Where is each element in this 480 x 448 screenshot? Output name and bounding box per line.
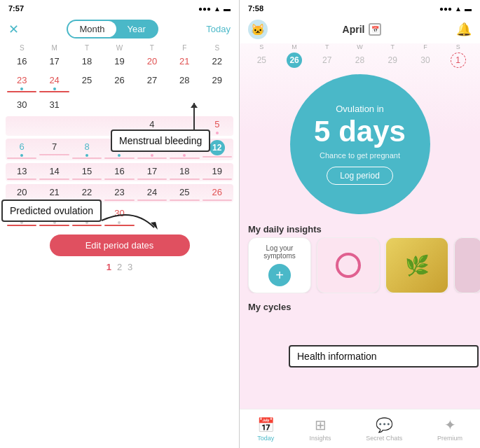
table-row[interactable]: 26 bbox=[278, 52, 311, 69]
add-icon[interactable]: + bbox=[268, 264, 291, 286]
table-row[interactable]: 25 bbox=[245, 52, 278, 69]
table-row[interactable]: 24 bbox=[38, 72, 70, 94]
table-row[interactable]: 27 bbox=[310, 52, 343, 69]
partial-card[interactable] bbox=[454, 237, 480, 293]
insights-nav-icon: ⊞ bbox=[315, 416, 327, 433]
table-row[interactable]: 20 bbox=[136, 53, 168, 69]
calendar-row-pink: 13 14 15 16 17 18 19 bbox=[6, 163, 233, 181]
dot-indicator bbox=[216, 132, 219, 134]
period-underline bbox=[7, 91, 36, 92]
right-phone: 7:58 ●●● ▲ ▬ 🐱 April 📅 🔔 S M T W T F S 2… bbox=[240, 0, 480, 448]
year-toggle[interactable]: Year bbox=[116, 21, 157, 37]
calendar-row: 23 24 25 26 27 28 29 bbox=[6, 72, 233, 94]
today-button[interactable]: Today bbox=[206, 24, 231, 34]
insights-nav-label: Insights bbox=[310, 435, 331, 442]
period-underline bbox=[7, 158, 36, 159]
premium-nav-icon: ✦ bbox=[444, 416, 456, 433]
table-row[interactable]: 18 bbox=[71, 53, 103, 69]
page-3[interactable]: 3 bbox=[128, 262, 132, 272]
table-row[interactable]: 26 bbox=[201, 184, 233, 202]
ovulation-arrow bbox=[98, 203, 161, 238]
day-label-t2: T bbox=[136, 44, 168, 52]
chats-nav-icon: 💬 bbox=[376, 416, 393, 433]
table-row[interactable]: 6 bbox=[6, 139, 38, 160]
nav-premium[interactable]: ✦ Premium bbox=[437, 416, 462, 442]
table-row[interactable]: 31 bbox=[38, 97, 70, 113]
table-row[interactable]: 23 bbox=[103, 184, 135, 202]
table-row[interactable]: 29 bbox=[376, 52, 409, 69]
period-underline bbox=[39, 154, 69, 155]
table-row[interactable]: 25 bbox=[168, 184, 200, 202]
dot-indicator bbox=[183, 154, 186, 157]
nature-image: 🌿 bbox=[386, 238, 448, 293]
page-1[interactable]: 1 bbox=[107, 262, 111, 272]
log-symptoms-card[interactable]: Log your symptoms + bbox=[248, 237, 311, 293]
nav-secret-chats[interactable]: 💬 Secret Chats bbox=[366, 416, 402, 442]
table-row[interactable]: 15 bbox=[71, 163, 103, 181]
table-row[interactable]: 28 bbox=[343, 52, 376, 69]
bell-icon[interactable]: 🔔 bbox=[456, 22, 472, 37]
table-row[interactable]: 7 bbox=[38, 139, 70, 160]
table-row[interactable]: 29 bbox=[201, 72, 233, 94]
nav-today[interactable]: 📅 Today bbox=[257, 416, 275, 442]
left-status-bar: 7:57 ●●● ▲ ▬ bbox=[0, 0, 239, 17]
table-row[interactable]: 17 bbox=[38, 53, 70, 69]
yellow-insight-card[interactable]: 🌿 bbox=[385, 237, 448, 293]
table-row[interactable]: 8 bbox=[71, 139, 103, 160]
premium-nav-label: Premium bbox=[437, 435, 462, 442]
period-underline bbox=[203, 156, 232, 158]
table-row[interactable]: 14 bbox=[38, 163, 70, 181]
day-label-s: S bbox=[6, 44, 38, 52]
table-row[interactable]: 13 bbox=[6, 163, 38, 181]
period-underline bbox=[137, 158, 167, 159]
month-toggle[interactable]: Month bbox=[68, 21, 116, 37]
period-underline bbox=[39, 91, 69, 92]
day-label-m: M bbox=[38, 44, 70, 52]
table-row[interactable]: 18 bbox=[168, 163, 200, 181]
pink-insight-card[interactable] bbox=[317, 237, 380, 293]
table-row bbox=[136, 97, 168, 113]
dot-indicator bbox=[20, 154, 23, 157]
callout-arrow-line bbox=[193, 103, 195, 131]
log-period-button[interactable]: Log period bbox=[327, 167, 393, 185]
view-toggle[interactable]: Month Year bbox=[67, 20, 158, 38]
close-button[interactable]: ✕ bbox=[8, 22, 19, 37]
table-row[interactable]: 16 bbox=[103, 163, 135, 181]
mini-cal-row: 25 26 27 28 29 30 1 bbox=[240, 52, 480, 69]
table-row[interactable]: 22 bbox=[201, 53, 233, 69]
table-row bbox=[103, 97, 135, 113]
cycles-title: My cycles bbox=[240, 298, 480, 315]
nav-insights[interactable]: ⊞ Insights bbox=[310, 416, 331, 442]
table-row[interactable]: 21 bbox=[168, 53, 200, 69]
signal-icon: ●●● bbox=[439, 5, 452, 13]
menstrual-bleeding-callout: Menstrual bleeding bbox=[111, 130, 210, 152]
ovulation-circle: Ovulation in 5 days Chance to get pregna… bbox=[290, 74, 430, 214]
right-status-bar: 7:58 ●●● ▲ ▬ bbox=[240, 0, 480, 17]
table-row[interactable]: 24 bbox=[136, 184, 168, 202]
mini-cal-labels: S M T W T F S bbox=[240, 43, 480, 50]
table-row[interactable]: 17 bbox=[136, 163, 168, 181]
table-row[interactable]: 25 bbox=[71, 72, 103, 94]
right-time: 7:58 bbox=[248, 4, 263, 13]
calendar-row: 16 17 18 19 20 21 22 bbox=[6, 53, 233, 69]
calendar-icon[interactable]: 📅 bbox=[369, 23, 381, 36]
table-row bbox=[201, 97, 233, 113]
table-row[interactable]: 1 bbox=[441, 52, 474, 69]
calendar-row: 30 31 bbox=[6, 97, 233, 113]
table-row[interactable]: 26 bbox=[103, 72, 135, 94]
table-row[interactable]: 23 bbox=[6, 72, 38, 94]
table-row[interactable]: 28 bbox=[168, 72, 200, 94]
table-row[interactable]: 19 bbox=[103, 53, 135, 69]
day-label-t: T bbox=[71, 44, 103, 52]
table-row[interactable]: 30 bbox=[409, 52, 442, 69]
left-time: 7:57 bbox=[8, 4, 24, 13]
page-2[interactable]: 2 bbox=[117, 262, 122, 272]
dot-indicator bbox=[20, 88, 23, 90]
daily-insights-title: My daily insights bbox=[240, 220, 480, 237]
table-row[interactable]: 30 bbox=[6, 97, 38, 113]
month-display: April 📅 bbox=[343, 23, 382, 36]
table-row[interactable]: 16 bbox=[6, 53, 38, 69]
table-row[interactable]: 19 bbox=[201, 163, 233, 181]
right-header: 🐱 April 📅 🔔 bbox=[240, 17, 480, 43]
table-row[interactable]: 27 bbox=[136, 72, 168, 94]
